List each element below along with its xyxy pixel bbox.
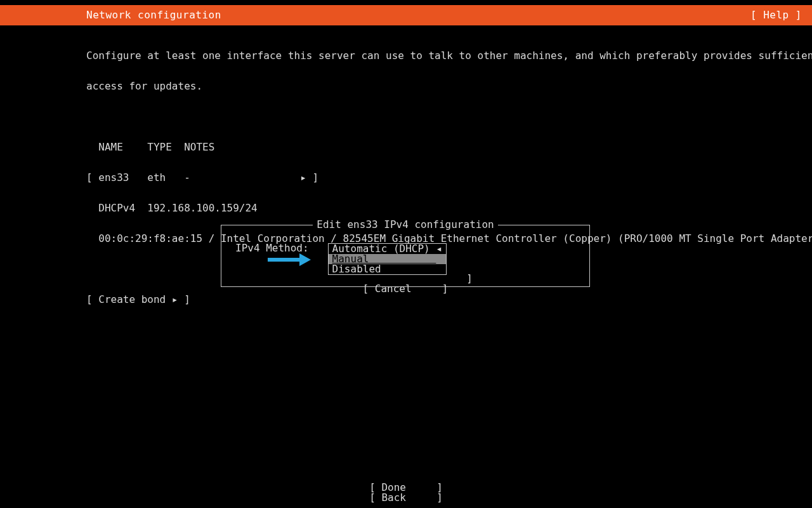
back-button[interactable]: [ Back ] (0, 493, 812, 503)
svg-marker-1 (299, 253, 311, 266)
instruction-text: access for updates. (86, 81, 736, 91)
instruction-text: Configure at least one interface this se… (86, 51, 736, 61)
ipv4-method-dropdown[interactable]: Automatic (DHCP) ◂ Manual Disabled (328, 243, 447, 275)
help-button[interactable]: [ Help ] (750, 10, 802, 20)
arrow-annotation-icon (268, 253, 311, 266)
interface-table-header: NAME TYPE NOTES (86, 142, 736, 152)
title-bar: Network configuration [ Help ] (0, 5, 812, 25)
cancel-button[interactable]: [ Cancel ] (221, 284, 589, 294)
ipv4-method-label: IPv4 Method: (235, 243, 309, 253)
dialog-title: Edit ens33 IPv4 configuration (221, 220, 589, 230)
edit-ipv4-dialog: Edit ens33 IPv4 configuration IPv4 Metho… (221, 225, 590, 287)
create-bond-button[interactable]: [ Create bond ▸ ] (86, 295, 736, 305)
svg-rect-0 (268, 258, 299, 262)
page-title: Network configuration (86, 10, 221, 20)
footer-actions: [ Done ] [ Back ] (0, 483, 812, 503)
interface-dhcp-info: DHCPv4 192.168.100.159/24 (86, 203, 736, 213)
interface-row-ens33[interactable]: [ ens33 eth - ▸ ] (86, 173, 736, 183)
dialog-title-text: Edit ens33 IPv4 configuration (313, 218, 497, 231)
